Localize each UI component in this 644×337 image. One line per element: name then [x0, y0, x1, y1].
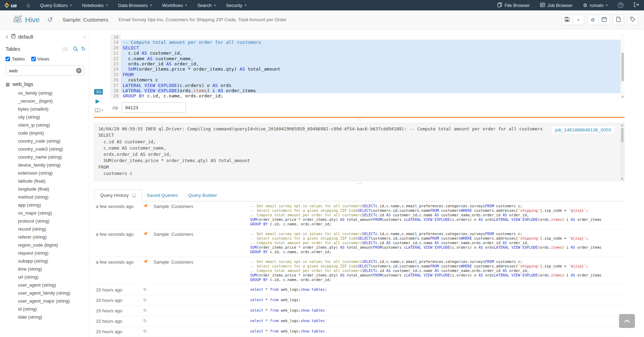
clear-search-icon[interactable]: ✕ [76, 68, 82, 73]
column-item[interactable]: method (string) [6, 193, 86, 201]
history-row[interactable]: a few seconds agoSample: Customers-- Get… [94, 201, 625, 229]
tables-checkbox[interactable] [6, 57, 10, 61]
column-item[interactable]: date (string) [6, 313, 86, 321]
editor-scrollbar[interactable]: ▼ [620, 34, 625, 99]
docs-toggle-button[interactable]: ▾ [95, 108, 103, 112]
column-item[interactable]: user_agent_major (string) [6, 297, 86, 305]
column-item[interactable]: subapp (string) [6, 257, 86, 265]
log-scrollbar[interactable]: ▲ ▼ [620, 123, 624, 181]
tab-query-history[interactable]: Query History [94, 189, 142, 201]
job-browser-link[interactable]: Job Browser [535, 0, 578, 10]
scrollbar-down-icon[interactable]: ▼ [620, 177, 624, 180]
hive-app[interactable]: Hive [13, 15, 40, 25]
save-button[interactable] [561, 15, 573, 25]
search-icon[interactable] [73, 46, 78, 51]
new-query-button[interactable] [613, 15, 624, 25]
database-name[interactable]: default [18, 34, 33, 40]
column-item[interactable]: user_agent (string) [6, 281, 86, 289]
column-item[interactable]: city (string) [6, 113, 86, 121]
file-browser-link[interactable]: File Browser [492, 0, 535, 10]
topbar-menu-notebooks[interactable]: Notebooks▾ [77, 0, 113, 10]
table-item-web-logs[interactable]: ▦ web_logs [6, 81, 86, 87]
column-item[interactable]: protocol (string) [6, 217, 86, 225]
history-row[interactable]: 15 hours ago↻select * from web_logs;show… [94, 285, 625, 295]
column-item[interactable]: id (string) [6, 305, 86, 313]
home-button[interactable]: ⌂ [22, 0, 35, 10]
history-row[interactable]: 15 hours ago↻select * from web_logs; [94, 295, 625, 306]
topbar-menu-query-editors[interactable]: Query Editors▾ [35, 0, 77, 10]
topbar-menu-workflows[interactable]: Workflows▾ [157, 0, 192, 10]
filter-tables-checkbox[interactable]: Tables [6, 56, 25, 62]
tab-query-builder[interactable]: Query Builder [183, 189, 222, 201]
views-checkbox[interactable] [31, 57, 36, 61]
column-item[interactable]: bytes (smallint) [6, 105, 86, 113]
scrollbar-thumb[interactable] [621, 53, 624, 81]
column-item[interactable]: url (string) [6, 273, 86, 281]
column-item[interactable]: longitude (float) [6, 185, 86, 193]
topbar-menu-security[interactable]: Security▾ [221, 0, 252, 10]
column-item[interactable]: country_code (string) [6, 137, 86, 145]
job-link[interactable]: job_1461888648136_0003 [552, 126, 614, 134]
column-item[interactable]: os_major (string) [6, 209, 86, 217]
column-item[interactable]: request (string) [6, 249, 86, 257]
filter-views-checkbox[interactable]: Views [31, 56, 49, 62]
settings-button[interactable]: ⚙ [587, 15, 598, 25]
editor-code[interactable]: -- Compute total amount per order for al… [121, 34, 625, 99]
execute-button[interactable]: ▶ [96, 98, 100, 104]
column-item[interactable]: extension (string) [6, 169, 86, 177]
back-icon[interactable]: ‹ [6, 33, 8, 40]
column-item[interactable]: os_family (string) [6, 89, 86, 97]
column-item[interactable]: client_ip (string) [6, 121, 86, 129]
column-item[interactable]: latitude (float) [6, 177, 86, 185]
column-item[interactable]: country_code3 (string) [6, 145, 86, 153]
hue-logo[interactable]: ue [0, 0, 22, 10]
resize-grip[interactable]: ⋯ [94, 118, 625, 123]
history-row[interactable]: a few seconds agoSample: Customers-- Get… [94, 229, 625, 257]
sql-token: AS [142, 50, 147, 56]
topbar-menu-data-browsers[interactable]: Data Browsers▾ [113, 0, 157, 10]
table-search-input[interactable] [6, 65, 84, 76]
sql-token: items [551, 273, 562, 277]
tags-button[interactable] [627, 15, 638, 25]
history-row[interactable]: 15 hours ago↻select * from web_logs;show… [94, 316, 625, 327]
column-item[interactable]: app (string) [6, 201, 86, 209]
code-line: FROM [121, 72, 625, 77]
save-dropdown-button[interactable]: ▾ [573, 15, 584, 25]
scrollbar-thumb[interactable] [621, 128, 624, 143]
code-editor[interactable]: 181920212223242526272829 -- Compute tota… [110, 34, 625, 99]
column-item[interactable]: region_code (bigint) [6, 241, 86, 249]
scroll-to-top-button[interactable] [619, 314, 635, 328]
column-item[interactable]: code (tinyint) [6, 129, 86, 137]
topbar-menu-search[interactable]: Search▾ [192, 0, 221, 10]
column-item[interactable]: country_name (string) [6, 153, 86, 161]
history-row[interactable]: a few seconds agoSample: Customers-- Get… [94, 257, 625, 285]
history-row[interactable]: 15 hours ago↻select * from web_logs;show… [94, 327, 625, 337]
refresh-icon[interactable]: ↻ [81, 46, 86, 52]
tab-saved-queries[interactable]: Saved Queries [142, 189, 183, 201]
column-item[interactable]: _version_ (bigint) [6, 97, 86, 105]
column-item[interactable]: record (string) [6, 225, 86, 233]
scrollbar-up-icon[interactable]: ▲ [620, 123, 624, 127]
query-title[interactable]: Sample: Customers [63, 17, 108, 23]
query-history-icon[interactable]: ↺ [47, 16, 53, 24]
scrollbar-down-icon[interactable]: ▼ [621, 95, 625, 98]
user-menu[interactable]: ⚙ romain ▾ [578, 0, 613, 10]
history-row[interactable]: 15 hours ago↻select * from web_logs;show… [94, 306, 625, 316]
sql-token: AS [147, 56, 152, 61]
filter-views-label: Views [38, 56, 49, 62]
logout-button[interactable] [629, 0, 644, 10]
column-item[interactable]: time (string) [6, 265, 86, 273]
history-sql: -- Get email survey opt-in values for al… [250, 232, 625, 254]
schedule-button[interactable] [598, 15, 610, 25]
save-query-icon[interactable] [132, 193, 136, 198]
code-line: c.id AS customer_id, [121, 50, 625, 56]
resize-grip[interactable]: ⋯ [94, 181, 625, 186]
sql-token: AS [386, 213, 391, 217]
collapse-sidebar-icon[interactable]: ‹ [84, 33, 86, 41]
variable-zip-input[interactable] [122, 102, 186, 113]
column-item[interactable]: referer (string) [6, 233, 86, 241]
sql-token: web_logs; [279, 319, 300, 323]
column-item[interactable]: user_agent_family (string) [6, 289, 86, 297]
column-item[interactable]: device_family (string) [6, 161, 86, 169]
help-button[interactable]: ? [613, 0, 629, 10]
